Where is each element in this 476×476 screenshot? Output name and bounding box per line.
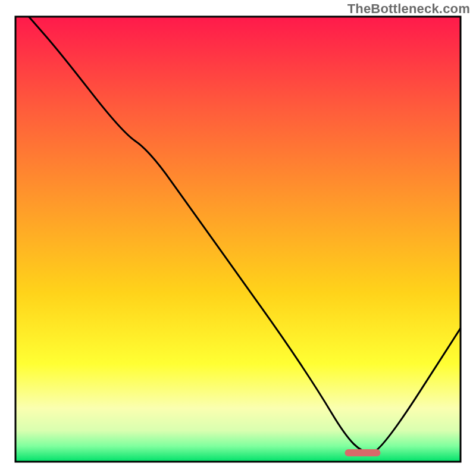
bottleneck-chart [0, 0, 476, 476]
chart-container: { "watermark": "TheBottleneck.com", "cha… [0, 0, 476, 476]
optimal-marker [345, 449, 381, 456]
chart-background [15, 17, 461, 462]
